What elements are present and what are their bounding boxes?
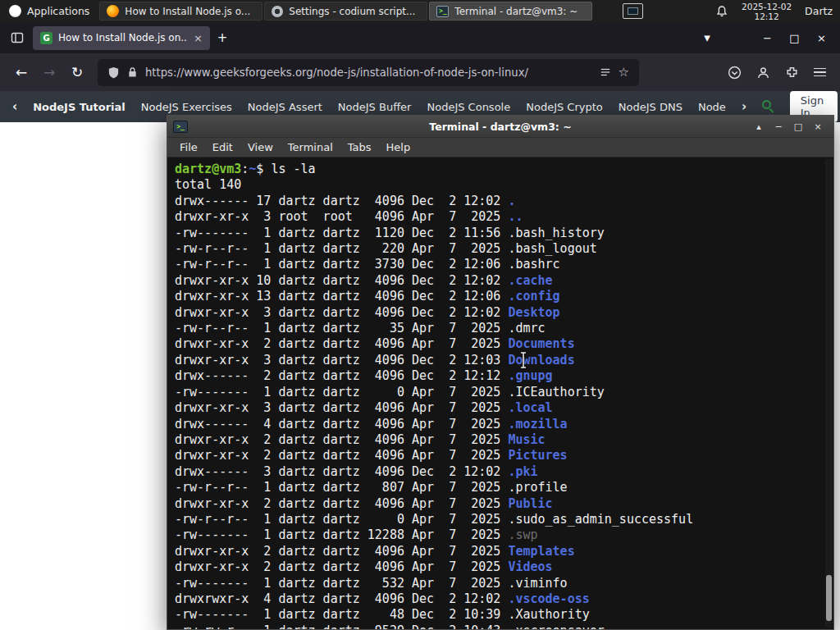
firefox-view-button[interactable]: [5, 25, 30, 50]
window-close-button[interactable]: ×: [808, 25, 835, 50]
menu-edit[interactable]: Edit: [205, 141, 240, 153]
menu-file[interactable]: File: [172, 141, 205, 153]
terminal-line: drwxr-xr-x 13 dartz dartz 4096 Dec 2 12:…: [175, 289, 833, 304]
terminal-scrollbar-thumb[interactable]: [826, 575, 832, 621]
nav-link-nodejs-console[interactable]: NodeJS Console: [427, 101, 510, 113]
terminal-menu-bar: File Edit View Terminal Tabs Help: [167, 138, 833, 158]
applications-menu[interactable]: Applications: [0, 0, 98, 22]
browser-tab[interactable]: G How to Install Node.js on... ×: [33, 26, 210, 50]
menu-icon[interactable]: [814, 68, 826, 77]
nav-link-nodejs-assert[interactable]: NodeJS Assert: [248, 101, 322, 113]
nav-link-nodejs-dns[interactable]: NodeJS DNS: [619, 101, 682, 113]
terminal-line: -rw-r--r-- 1 dartz dartz 0 Apr 7 2025 .s…: [175, 512, 833, 527]
nav-link-nodejs-exercises[interactable]: NodeJS Exercises: [141, 101, 232, 113]
terminal-maximize-button[interactable]: □: [788, 118, 808, 135]
search-icon[interactable]: [762, 100, 772, 113]
nav-link-nodejs-crypto[interactable]: NodeJS Crypto: [526, 101, 603, 113]
account-icon[interactable]: [756, 66, 770, 80]
forward-button[interactable]: →: [35, 58, 63, 86]
terminal-line: drwxr-xr-x 10 dartz dartz 4096 Dec 2 12:…: [175, 273, 833, 289]
firefox-icon: [107, 5, 119, 17]
tracking-shield-icon[interactable]: [107, 66, 120, 79]
terminal-line: drwx------ 3 dartz dartz 4096 Dec 2 12:0…: [175, 464, 833, 480]
nav-link-nodejs-buffer[interactable]: NodeJS Buffer: [338, 101, 412, 113]
list-tabs-icon[interactable]: ▾: [695, 25, 719, 50]
taskbar-button-settings[interactable]: Settings - codium script...: [264, 2, 427, 21]
taskbar-button-terminal[interactable]: >_ Terminal - dartz@vm3: ~: [429, 2, 592, 21]
terminal-line: -rw------- 1 dartz dartz 12288 Apr 7 202…: [175, 527, 833, 543]
tab-close-icon[interactable]: ×: [194, 32, 203, 44]
terminal-line: -rw------- 1 dartz dartz 48 Dec 2 10:39 …: [175, 607, 833, 623]
terminal-line: drwxr-xr-x 2 dartz dartz 4096 Apr 7 2025…: [175, 496, 833, 512]
menu-tabs[interactable]: Tabs: [340, 141, 379, 153]
terminal-line: -rw-rw-r-- 1 dartz dartz 9529 Dec 2 10:4…: [175, 623, 833, 629]
applications-label: Applications: [27, 5, 89, 17]
extensions-icon[interactable]: [785, 66, 799, 80]
geeksforgeeks-favicon: G: [40, 32, 52, 44]
tray-indicator-icon[interactable]: [623, 3, 643, 19]
bookmark-star-icon[interactable]: ☆: [619, 65, 629, 80]
taskbar-label: Settings - codium script...: [289, 6, 415, 17]
terminal-close-button[interactable]: ×: [808, 118, 828, 135]
clock-time: 12:12: [742, 11, 792, 21]
terminal-line: drwxr-xr-x 2 dartz dartz 4096 Apr 7 2025…: [175, 544, 833, 559]
desktop-panel: Applications How to Install Node.js o...…: [0, 0, 840, 22]
new-tab-button[interactable]: +: [210, 25, 235, 50]
pocket-icon[interactable]: [728, 66, 742, 80]
terminal-title: Terminal - dartz@vm3: ~: [167, 121, 833, 133]
window-maximize-button[interactable]: □: [781, 25, 808, 50]
tab-title: How to Install Node.js on...: [58, 32, 188, 43]
nav-link-node[interactable]: Node: [698, 101, 726, 113]
clock[interactable]: 2025-12-02 12:12: [742, 2, 792, 21]
taskbar-label: How to Install Node.js o...: [125, 6, 250, 17]
url-bar[interactable]: https://www.geeksforgeeks.org/node-js/in…: [98, 59, 639, 86]
browser-toolbar: ← → ↻ https://www.geeksforgeeks.org/node…: [0, 53, 840, 91]
back-button[interactable]: ←: [7, 58, 35, 86]
terminal-scrollbar[interactable]: [825, 159, 833, 628]
taskbar-label: Terminal - dartz@vm3: ~: [454, 6, 578, 17]
mouse-cursor-ibeam: [518, 351, 528, 369]
taskbar-button-browser[interactable]: How to Install Node.js o...: [99, 2, 262, 21]
nav-link-nodejs-tutorial[interactable]: NodeJS Tutorial: [33, 101, 126, 113]
terminal-line: drwxr-xr-x 3 dartz dartz 4096 Dec 2 12:0…: [175, 305, 833, 321]
gear-icon: [272, 6, 283, 17]
terminal-line: drwxr-xr-x 3 dartz dartz 4096 Apr 7 2025…: [175, 400, 833, 416]
nav-scroll-left-icon[interactable]: ‹: [12, 99, 17, 114]
user-menu[interactable]: Dartz: [805, 5, 833, 17]
notification-bell-icon[interactable]: [715, 5, 728, 18]
terminal-minimize-button[interactable]: −: [769, 118, 788, 135]
terminal-icon: >_: [436, 6, 449, 17]
terminal-window: >_ Terminal - dartz@vm3: ~ ▴ − □ × File …: [167, 115, 834, 630]
terminal-line: -rw-r--r-- 1 dartz dartz 220 Apr 7 2025 …: [175, 241, 833, 257]
terminal-title-bar[interactable]: >_ Terminal - dartz@vm3: ~ ▴ − □ ×: [167, 116, 833, 138]
terminal-line: drwxr-xr-x 3 dartz dartz 4096 Dec 2 12:0…: [175, 353, 833, 368]
terminal-line: -rw-r--r-- 1 dartz dartz 3730 Dec 2 12:0…: [175, 257, 833, 272]
terminal-shade-button[interactable]: ▴: [749, 118, 769, 135]
terminal-line: drwxr-xr-x 2 dartz dartz 4096 Apr 7 2025…: [175, 336, 833, 352]
terminal-line: drwxr-xr-x 2 dartz dartz 4096 Apr 7 2025…: [175, 448, 833, 463]
terminal-line: drwx------ 2 dartz dartz 4096 Dec 2 12:1…: [175, 368, 833, 384]
menu-terminal[interactable]: Terminal: [281, 141, 340, 153]
terminal-app-icon: >_: [173, 121, 188, 133]
reload-button[interactable]: ↻: [63, 58, 91, 86]
nav-scroll-right-icon[interactable]: ›: [742, 99, 746, 114]
terminal-line: drwxr-xr-x 3 root root 4096 Apr 7 2025 .…: [175, 209, 833, 225]
tab-strip: G How to Install Node.js on... × + ▾ − □…: [0, 22, 840, 53]
url-text[interactable]: https://www.geeksforgeeks.org/node-js/in…: [145, 66, 592, 79]
terminal-line: drwxr-xr-x 2 dartz dartz 4096 Apr 7 2025…: [175, 559, 833, 575]
terminal-output[interactable]: dartz@vm3:~$ ls -latotal 140drwx------ 1…: [167, 158, 833, 629]
window-minimize-button[interactable]: −: [754, 25, 781, 50]
clock-date: 2025-12-02: [742, 2, 792, 11]
terminal-line: -rw-r--r-- 1 dartz dartz 807 Apr 7 2025 …: [175, 480, 833, 495]
terminal-line: total 140: [175, 177, 833, 193]
terminal-line: -rw-r--r-- 1 dartz dartz 35 Apr 7 2025 .…: [175, 321, 833, 336]
menu-view[interactable]: View: [240, 141, 281, 153]
menu-help[interactable]: Help: [379, 141, 418, 153]
reader-mode-icon[interactable]: [600, 66, 611, 78]
terminal-line: drwx------ 4 dartz dartz 4096 Apr 7 2025…: [175, 417, 833, 432]
terminal-line: drwx------ 17 dartz dartz 4096 Dec 2 12:…: [175, 194, 833, 209]
terminal-line: drwxr-xr-x 2 dartz dartz 4096 Apr 7 2025…: [175, 432, 833, 448]
lock-icon[interactable]: [127, 66, 138, 78]
terminal-line: drwxrwxr-x 4 dartz dartz 4096 Dec 2 12:0…: [175, 591, 833, 607]
distro-logo-icon: [9, 5, 21, 17]
